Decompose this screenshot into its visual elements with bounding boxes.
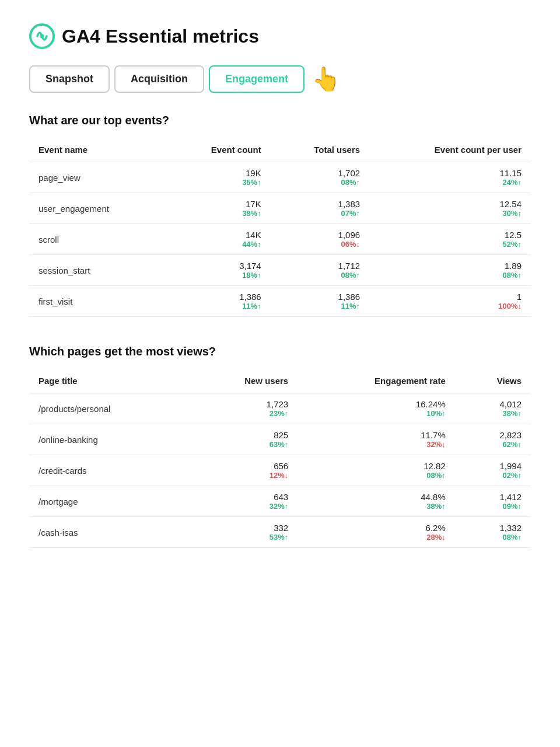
views-cell: 1,332 08%↑: [455, 517, 531, 548]
total-users-change: 06%↓: [280, 240, 360, 249]
engagement-rate-change: 32%↓: [307, 440, 446, 449]
event-count-cell: 3,174 18%↑: [166, 255, 271, 286]
per-user-value: 12.54: [379, 199, 522, 209]
engagement-rate-value: 16.24%: [307, 399, 446, 409]
table-row: /credit-cards 656 12%↓ 12.82 08%↑ 1,994 …: [29, 455, 531, 486]
per-user-cell: 12.5 52%↑: [369, 224, 531, 255]
table-row: scroll 14K 44%↑ 1,096 06%↓ 12.5 52%↑: [29, 224, 531, 255]
new-users-cell: 656 12%↓: [188, 455, 298, 486]
pages-col-engagement: Engagement rate: [298, 369, 455, 393]
views-cell: 1,994 02%↑: [455, 455, 531, 486]
events-table: Event name Event count Total users Event…: [29, 138, 531, 317]
engagement-rate-cell: 12.82 08%↑: [298, 455, 455, 486]
per-user-cell: 1 100%↓: [369, 286, 531, 317]
event-count-change: 44%↑: [175, 240, 261, 249]
tab-bar: Snapshot Acquisition Engagement 👆: [29, 65, 531, 93]
total-users-change: 08%↑: [280, 271, 360, 280]
new-users-change: 63%↑: [198, 440, 289, 449]
new-users-value: 1,723: [198, 399, 289, 409]
pages-col-title: Page title: [29, 369, 188, 393]
tab-engagement[interactable]: Engagement: [209, 65, 304, 93]
page-name: /mortgage: [29, 486, 188, 517]
per-user-value: 1.89: [379, 261, 522, 271]
new-users-value: 643: [198, 492, 289, 502]
per-user-cell: 1.89 08%↑: [369, 255, 531, 286]
total-users-change: 07%↑: [280, 209, 360, 218]
engagement-rate-cell: 44.8% 38%↑: [298, 486, 455, 517]
page-header: GA4 Essential metrics: [29, 23, 531, 49]
engagement-rate-change: 08%↑: [307, 471, 446, 480]
total-users-cell: 1,712 08%↑: [271, 255, 369, 286]
engagement-rate-change: 10%↑: [307, 409, 446, 418]
engagement-rate-cell: 6.2% 28%↓: [298, 517, 455, 548]
views-change: 38%↑: [464, 409, 522, 418]
new-users-change: 12%↓: [198, 471, 289, 480]
engagement-rate-change: 28%↓: [307, 533, 446, 542]
events-table-header: Event name Event count Total users Event…: [29, 138, 531, 162]
event-count-change: 11%↑: [175, 302, 261, 310]
total-users-cell: 1,096 06%↓: [271, 224, 369, 255]
event-name: page_view: [29, 162, 166, 193]
total-users-value: 1,383: [280, 199, 360, 209]
table-row: first_visit 1,386 11%↑ 1,386 11%↑ 1 100%…: [29, 286, 531, 317]
total-users-value: 1,096: [280, 230, 360, 240]
per-user-change: 100%↓: [379, 302, 522, 310]
event-count-change: 35%↑: [175, 178, 261, 187]
per-user-change: 08%↑: [379, 271, 522, 280]
views-value: 2,823: [464, 430, 522, 440]
table-row: /online-banking 825 63%↑ 11.7% 32%↓ 2,82…: [29, 424, 531, 455]
tab-acquisition[interactable]: Acquisition: [114, 65, 204, 93]
events-col-users: Total users: [271, 138, 369, 162]
event-name: user_engagement: [29, 193, 166, 224]
per-user-value: 1: [379, 292, 522, 302]
per-user-change: 52%↑: [379, 240, 522, 249]
events-section-title: What are our top events?: [29, 114, 531, 127]
tab-snapshot[interactable]: Snapshot: [29, 65, 110, 93]
total-users-value: 1,702: [280, 168, 360, 178]
views-change: 02%↑: [464, 471, 522, 480]
views-change: 62%↑: [464, 440, 522, 449]
engagement-rate-value: 44.8%: [307, 492, 446, 502]
event-count-value: 3,174: [175, 261, 261, 271]
per-user-change: 30%↑: [379, 209, 522, 218]
engagement-rate-cell: 11.7% 32%↓: [298, 424, 455, 455]
events-col-name: Event name: [29, 138, 166, 162]
table-row: /products/personal 1,723 23%↑ 16.24% 10%…: [29, 393, 531, 424]
per-user-cell: 11.15 24%↑: [369, 162, 531, 193]
total-users-cell: 1,383 07%↑: [271, 193, 369, 224]
per-user-change: 24%↑: [379, 178, 522, 187]
pages-table-header: Page title New users Engagement rate Vie…: [29, 369, 531, 393]
event-count-value: 14K: [175, 230, 261, 240]
new-users-value: 656: [198, 461, 289, 471]
engagement-rate-change: 38%↑: [307, 502, 446, 511]
new-users-change: 32%↑: [198, 502, 289, 511]
event-count-value: 17K: [175, 199, 261, 209]
engagement-rate-value: 6.2%: [307, 523, 446, 533]
pages-col-views: Views: [455, 369, 531, 393]
table-row: /mortgage 643 32%↑ 44.8% 38%↑ 1,412 09%↑: [29, 486, 531, 517]
cursor-icon: 👆: [312, 65, 341, 93]
new-users-change: 53%↑: [198, 533, 289, 542]
engagement-rate-value: 12.82: [307, 461, 446, 471]
event-count-cell: 1,386 11%↑: [166, 286, 271, 317]
engagement-rate-value: 11.7%: [307, 430, 446, 440]
pages-table: Page title New users Engagement rate Vie…: [29, 369, 531, 548]
new-users-cell: 332 53%↑: [188, 517, 298, 548]
pages-col-new-users: New users: [188, 369, 298, 393]
event-count-cell: 17K 38%↑: [166, 193, 271, 224]
new-users-change: 23%↑: [198, 409, 289, 418]
page-name: /credit-cards: [29, 455, 188, 486]
event-count-value: 19K: [175, 168, 261, 178]
page-name: /cash-isas: [29, 517, 188, 548]
event-name: first_visit: [29, 286, 166, 317]
event-name: session_start: [29, 255, 166, 286]
total-users-change: 08%↑: [280, 178, 360, 187]
views-value: 4,012: [464, 399, 522, 409]
new-users-value: 332: [198, 523, 289, 533]
total-users-cell: 1,702 08%↑: [271, 162, 369, 193]
table-row: user_engagement 17K 38%↑ 1,383 07%↑ 12.5…: [29, 193, 531, 224]
views-value: 1,332: [464, 523, 522, 533]
events-col-per-user: Event count per user: [369, 138, 531, 162]
views-change: 08%↑: [464, 533, 522, 542]
views-value: 1,994: [464, 461, 522, 471]
